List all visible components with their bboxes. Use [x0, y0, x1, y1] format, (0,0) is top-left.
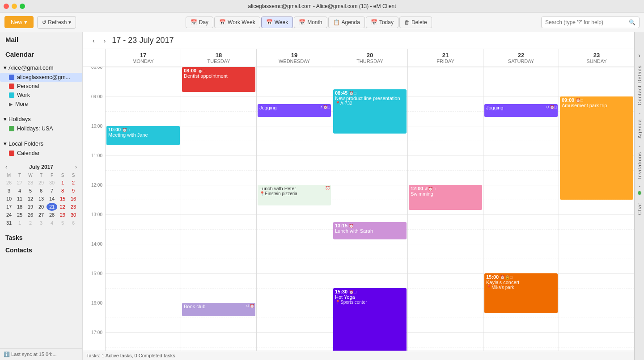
- mini-cal-day[interactable]: 20: [36, 203, 47, 211]
- calendar-event[interactable]: 13:15 ⏰Lunch with Sarah: [333, 222, 407, 240]
- mini-cal-day[interactable]: 3: [4, 187, 14, 195]
- holidays-us-item[interactable]: Holidays: USA: [0, 124, 82, 133]
- calendar-event[interactable]: 15:30 ⏰□Hot Yoga📍Sports center: [333, 288, 407, 351]
- holidays-header[interactable]: ▾ Holidays: [0, 114, 82, 124]
- minimize-button[interactable]: [12, 4, 17, 9]
- chat-label[interactable]: Chat: [637, 198, 642, 219]
- mini-cal-day[interactable]: 5: [25, 187, 36, 195]
- mini-cal-day[interactable]: 27: [14, 179, 25, 187]
- month-view-button[interactable]: 📅 Month: [294, 17, 327, 28]
- mini-cal-day[interactable]: 2: [68, 179, 79, 187]
- mini-cal-day[interactable]: 18: [14, 203, 25, 211]
- mini-cal-day[interactable]: 23: [68, 203, 79, 211]
- day-col[interactable]: 08:00 ⏰□Dentist appointmentBook club↺⏰: [181, 67, 256, 351]
- refresh-button[interactable]: ↺ Refresh ▾: [37, 16, 76, 29]
- day-col[interactable]: 12:00 ↺⏰□Swimming: [407, 67, 483, 351]
- mini-cal-day[interactable]: 11: [14, 195, 25, 203]
- half-hour-line: [257, 82, 332, 82]
- mini-cal-day[interactable]: 4: [47, 219, 57, 227]
- mini-cal-day[interactable]: 6: [36, 187, 47, 195]
- calendar-event[interactable]: Book club↺⏰: [182, 303, 255, 316]
- mini-cal-day[interactable]: 7: [47, 187, 57, 195]
- mini-cal-day[interactable]: 30: [68, 211, 79, 219]
- mini-cal-day[interactable]: 22: [57, 203, 68, 211]
- mini-cal-day[interactable]: 15: [57, 195, 68, 203]
- search-input[interactable]: [545, 19, 627, 25]
- mini-cal-day[interactable]: 26: [4, 179, 14, 187]
- mini-cal-day[interactable]: 5: [57, 219, 68, 227]
- mini-cal-prev[interactable]: ‹: [4, 164, 9, 170]
- mini-cal-day[interactable]: 28: [25, 179, 36, 187]
- mini-cal-day[interactable]: 31: [4, 219, 14, 227]
- calendar-event[interactable]: 09:00 ⏰□Amusement park trip: [560, 96, 633, 200]
- day-col[interactable]: 08:45 ⏰□New product line presentation📍A-…: [332, 67, 407, 351]
- half-hour-line: [106, 82, 181, 82]
- mini-cal-day[interactable]: 1: [14, 219, 25, 227]
- mini-cal-next[interactable]: ›: [73, 164, 79, 170]
- mini-cal-day[interactable]: 4: [14, 187, 25, 195]
- workweek-view-button[interactable]: 📅 Work Week: [214, 17, 260, 28]
- alice-account-header[interactable]: ▾ Alice@gmail.com: [0, 63, 82, 73]
- calendar-event[interactable]: 10:00 ⏰□Meeting with Jane: [106, 126, 180, 145]
- mini-cal-day[interactable]: 28: [47, 211, 57, 219]
- mini-cal-day[interactable]: 6: [68, 219, 79, 227]
- today-button[interactable]: 📅 Today: [366, 17, 398, 28]
- work-item[interactable]: Work: [0, 91, 82, 100]
- separator2: ·: [639, 143, 640, 147]
- mini-cal-day[interactable]: 25: [14, 211, 25, 219]
- invitations-label[interactable]: Invitations: [637, 147, 642, 184]
- mini-cal-day[interactable]: 30: [47, 179, 57, 187]
- mini-cal-day[interactable]: 29: [36, 179, 47, 187]
- aliceglassemc-item[interactable]: aliceglassemc@gm...: [0, 73, 82, 82]
- calendar-event[interactable]: 08:00 ⏰□Dentist appointment: [182, 67, 255, 92]
- day-col[interactable]: Jogging↺⏰□Lunch with Peter📍Einstein pizz…: [256, 67, 332, 351]
- search-box[interactable]: 🔍: [541, 17, 640, 28]
- calendar-event[interactable]: 12:00 ↺⏰□Swimming: [409, 185, 482, 210]
- mini-cal-day[interactable]: 13: [36, 195, 47, 203]
- agenda-label[interactable]: Agenda: [637, 114, 642, 143]
- right-sidebar-collapse[interactable]: ›: [636, 50, 642, 61]
- cal-next-button[interactable]: ›: [101, 36, 109, 45]
- local-calendar-item[interactable]: Calendar: [0, 149, 82, 158]
- week-view-button[interactable]: 📅 Week: [261, 17, 293, 28]
- mini-cal-day[interactable]: 14: [47, 195, 57, 203]
- mini-cal-day[interactable]: 26: [25, 211, 36, 219]
- mini-cal-day[interactable]: 8: [57, 187, 68, 195]
- calendar-event[interactable]: Lunch with Peter📍Einstein pizzeria⏰: [258, 185, 331, 205]
- day-view-button[interactable]: 📅 Day: [186, 17, 213, 28]
- maximize-button[interactable]: [20, 4, 25, 9]
- mini-cal-day[interactable]: 3: [36, 219, 47, 227]
- mini-cal-day[interactable]: 19: [25, 203, 36, 211]
- mini-cal-day[interactable]: 27: [36, 211, 47, 219]
- day-number: 19: [257, 52, 332, 59]
- mini-cal-day[interactable]: 17: [4, 203, 14, 211]
- mini-cal-day[interactable]: 24: [4, 211, 14, 219]
- cal-prev-button[interactable]: ‹: [90, 36, 97, 45]
- calendar-event[interactable]: Jogging↺⏰□: [484, 104, 558, 117]
- local-folders-header[interactable]: ▾ Local Folders: [0, 138, 82, 149]
- mini-cal-day[interactable]: 29: [57, 211, 68, 219]
- agenda-view-button[interactable]: 📋 Agenda: [328, 17, 365, 28]
- mini-cal-day[interactable]: 21: [47, 203, 57, 211]
- mini-cal-day[interactable]: 9: [68, 187, 79, 195]
- half-hour-line: [408, 229, 483, 230]
- mini-cal-day[interactable]: 1: [57, 179, 68, 187]
- mini-cal-day-header: T: [14, 172, 25, 179]
- window-controls[interactable]: [4, 4, 25, 9]
- more-item[interactable]: ▶ More: [0, 100, 82, 109]
- mini-cal-day[interactable]: 2: [25, 219, 36, 227]
- mini-cal-day[interactable]: 12: [25, 195, 36, 203]
- day-col[interactable]: 09:00 ⏰□Amusement park trip: [559, 67, 634, 351]
- new-button[interactable]: New ▾: [4, 16, 34, 28]
- day-col[interactable]: 10:00 ⏰□Meeting with Jane: [105, 67, 181, 351]
- personal-item[interactable]: Personal: [0, 82, 82, 91]
- delete-button[interactable]: 🗑 Delete: [399, 17, 432, 28]
- mini-cal-day[interactable]: 16: [68, 195, 79, 203]
- close-button[interactable]: [4, 4, 9, 9]
- contact-details-label[interactable]: Contact Details: [637, 61, 642, 110]
- mini-cal-day[interactable]: 10: [4, 195, 14, 203]
- calendar-event[interactable]: 15:00 ⏰🔒□Kayla's concert📍Mika's park: [484, 273, 558, 313]
- day-col[interactable]: Jogging↺⏰□15:00 ⏰🔒□Kayla's concert📍Mika'…: [483, 67, 559, 351]
- calendar-event[interactable]: 08:45 ⏰□New product line presentation📍A-…: [333, 89, 407, 134]
- calendar-event[interactable]: Jogging↺⏰□: [258, 104, 331, 117]
